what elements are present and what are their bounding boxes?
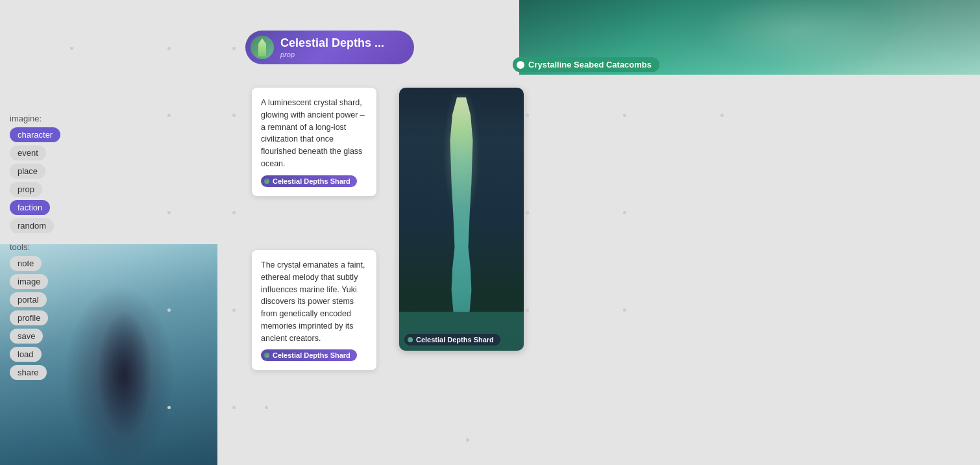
main-node-icon bbox=[251, 36, 274, 59]
sidebar-item-note[interactable]: note bbox=[10, 256, 42, 271]
sidebar-item-share[interactable]: share bbox=[10, 365, 47, 380]
info-card-2-label[interactable]: Celestial Depths Shard bbox=[261, 349, 357, 361]
sidebar: imagine: character event place prop fact… bbox=[10, 114, 94, 389]
crystal-label-text: Celestial Depths Shard bbox=[416, 336, 494, 344]
sidebar-imagine-label: imagine: bbox=[10, 114, 94, 123]
info-card-2: The crystal emanates a faint, ethereal m… bbox=[252, 250, 376, 370]
card-label-2-text: Celestial Depths Shard bbox=[273, 351, 350, 359]
main-node-subtitle: prop bbox=[280, 51, 384, 58]
info-card-2-text: The crystal emanates a faint, ethereal m… bbox=[261, 259, 367, 344]
crystal-body bbox=[439, 97, 484, 312]
crystal-shape bbox=[439, 97, 484, 312]
card-label-2-dot bbox=[264, 353, 269, 358]
sidebar-item-portal[interactable]: portal bbox=[10, 292, 47, 307]
seabed-node-label: Crystalline Seabed Catacombs bbox=[528, 60, 652, 69]
main-node-pill[interactable]: Celestial Depths ... prop bbox=[245, 31, 414, 64]
seabed-node[interactable]: Crystalline Seabed Catacombs bbox=[513, 57, 659, 72]
sidebar-item-faction[interactable]: faction bbox=[10, 200, 50, 215]
card-label-1-text: Celestial Depths Shard bbox=[273, 177, 350, 185]
sidebar-item-event[interactable]: event bbox=[10, 145, 46, 160]
main-node-title: Celestial Depths ... bbox=[280, 36, 384, 51]
sidebar-item-save[interactable]: save bbox=[10, 329, 43, 344]
info-card-1-text: A luminescent crystal shard, glowing wit… bbox=[261, 97, 367, 170]
sidebar-item-profile[interactable]: profile bbox=[10, 310, 48, 325]
sidebar-item-character[interactable]: character bbox=[10, 127, 60, 142]
sidebar-item-random[interactable]: random bbox=[10, 218, 54, 233]
sidebar-item-image[interactable]: image bbox=[10, 274, 48, 289]
crystal-card[interactable]: Celestial Depths Shard bbox=[399, 88, 524, 351]
sidebar-tools-label: tools: bbox=[10, 242, 94, 252]
main-node[interactable]: Celestial Depths ... prop bbox=[245, 31, 414, 64]
sidebar-item-place[interactable]: place bbox=[10, 164, 45, 179]
sidebar-tools-buttons: note image portal profile save load shar… bbox=[10, 256, 94, 380]
main-node-text: Celestial Depths ... prop bbox=[280, 36, 384, 58]
sidebar-item-load[interactable]: load bbox=[10, 347, 42, 362]
sidebar-imagine-buttons: character event place prop faction rando… bbox=[10, 127, 94, 233]
info-card-1-label[interactable]: Celestial Depths Shard bbox=[261, 175, 357, 187]
crystal-visual bbox=[399, 88, 524, 351]
crystal-card-label[interactable]: Celestial Depths Shard bbox=[404, 334, 500, 346]
info-card-1: A luminescent crystal shard, glowing wit… bbox=[252, 88, 376, 196]
sidebar-item-prop[interactable]: prop bbox=[10, 182, 42, 197]
seabed-node-dot bbox=[517, 61, 524, 69]
crystal-label-dot bbox=[408, 337, 413, 342]
card-label-1-dot bbox=[264, 179, 269, 184]
